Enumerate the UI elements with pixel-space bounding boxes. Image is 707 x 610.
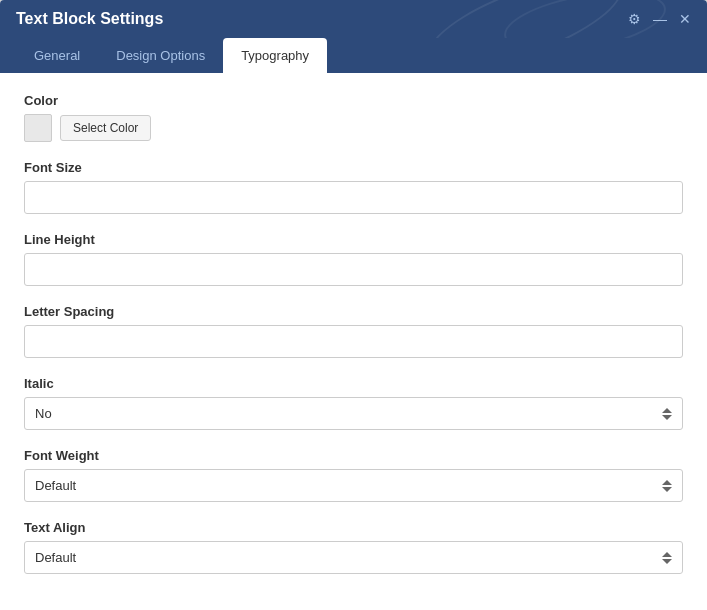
window-title: Text Block Settings (16, 10, 163, 28)
select-color-button[interactable]: Select Color (60, 115, 151, 141)
text-align-label: Text Align (24, 520, 683, 535)
letter-spacing-label: Letter Spacing (24, 304, 683, 319)
title-controls: ⚙ — ✕ (628, 12, 691, 26)
italic-field-group: Italic No Yes (24, 376, 683, 430)
window: Text Block Settings ⚙ — ✕ General Design… (0, 0, 707, 610)
line-height-label: Line Height (24, 232, 683, 247)
font-weight-select[interactable]: Default 100 200 300 400 500 600 700 800 … (24, 469, 683, 502)
font-size-input[interactable] (24, 181, 683, 214)
tab-general[interactable]: General (16, 38, 98, 73)
content-area: Color Select Color Font Size Line Height… (0, 73, 707, 610)
tab-typography[interactable]: Typography (223, 38, 327, 73)
line-height-field-group: Line Height (24, 232, 683, 286)
tab-bar: General Design Options Typography (0, 38, 707, 73)
color-field-group: Color Select Color (24, 93, 683, 142)
minimize-icon[interactable]: — (653, 12, 667, 26)
color-label: Color (24, 93, 683, 108)
text-align-select[interactable]: Default Left Center Right Justify (24, 541, 683, 574)
font-weight-label: Font Weight (24, 448, 683, 463)
letter-spacing-input[interactable] (24, 325, 683, 358)
line-height-input[interactable] (24, 253, 683, 286)
text-align-field-group: Text Align Default Left Center Right Jus… (24, 520, 683, 574)
color-row: Select Color (24, 114, 683, 142)
color-swatch[interactable] (24, 114, 52, 142)
title-bar: Text Block Settings ⚙ — ✕ (0, 0, 707, 38)
italic-select[interactable]: No Yes (24, 397, 683, 430)
tab-design-options[interactable]: Design Options (98, 38, 223, 73)
letter-spacing-field-group: Letter Spacing (24, 304, 683, 358)
font-size-label: Font Size (24, 160, 683, 175)
font-weight-field-group: Font Weight Default 100 200 300 400 500 … (24, 448, 683, 502)
italic-label: Italic (24, 376, 683, 391)
close-icon[interactable]: ✕ (679, 12, 691, 26)
settings-icon[interactable]: ⚙ (628, 12, 641, 26)
font-size-field-group: Font Size (24, 160, 683, 214)
